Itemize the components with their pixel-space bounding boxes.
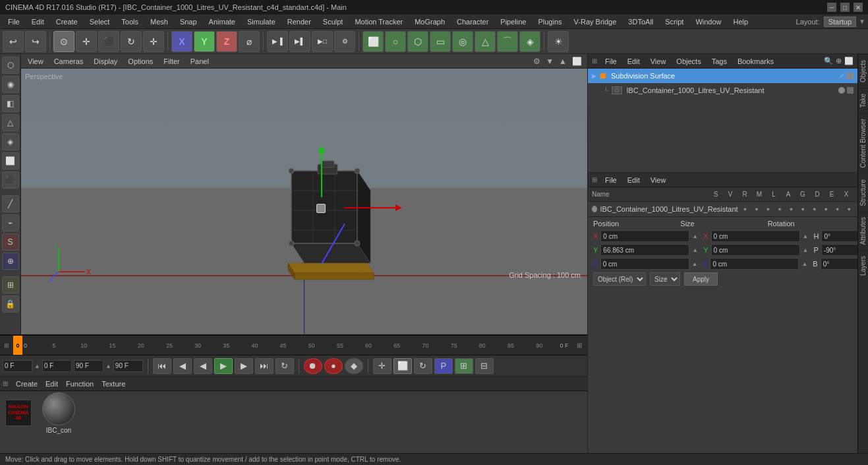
- attr-icon-d[interactable]: ●: [821, 206, 830, 212]
- z-pos-input[interactable]: [600, 258, 689, 270]
- playback-options-4[interactable]: P: [434, 358, 453, 374]
- menu-create[interactable]: Create: [51, 16, 83, 27]
- subdivision-surface-item[interactable]: ▶ Subdivision Surface ✓: [588, 69, 857, 83]
- menu-animate[interactable]: Animate: [204, 16, 241, 27]
- cube-button[interactable]: ⬜: [362, 31, 384, 52]
- obj-menu-bookmarks[interactable]: Bookmarks: [735, 57, 776, 65]
- render-region[interactable]: ▶▌: [289, 31, 310, 52]
- tl-current-frame[interactable]: 0: [13, 336, 22, 355]
- menu-script[interactable]: Script: [660, 16, 689, 27]
- z-pos-up[interactable]: ▲: [692, 261, 698, 267]
- z-size-up[interactable]: ▲: [801, 261, 807, 267]
- menu-snap[interactable]: Snap: [175, 16, 202, 27]
- object-rel-select[interactable]: Object (Rel): [593, 272, 646, 286]
- light-button[interactable]: ☀: [548, 31, 569, 52]
- world-space-button[interactable]: ⌀: [239, 31, 260, 52]
- viewport-menu-options[interactable]: Options: [125, 57, 156, 65]
- sidebar-btn-6[interactable]: ⬜: [2, 152, 19, 170]
- menu-mesh[interactable]: Mesh: [145, 16, 173, 27]
- playback-options-3[interactable]: ↻: [414, 358, 432, 374]
- menu-window[interactable]: Window: [690, 16, 726, 27]
- playback-options-2[interactable]: ⬜: [393, 358, 412, 374]
- obj-vis-dot[interactable]: [847, 73, 854, 79]
- transform-center[interactable]: [316, 204, 326, 213]
- viewport-icon-maximize[interactable]: ⬜: [571, 57, 583, 66]
- attr-icon-l[interactable]: ●: [787, 206, 796, 212]
- keyframe-button[interactable]: ◆: [345, 358, 363, 374]
- sidebar-btn-7[interactable]: ⬛: [2, 171, 19, 189]
- sidebar-btn-12[interactable]: ⊞: [2, 276, 19, 294]
- menu-tools[interactable]: Tools: [116, 16, 144, 27]
- obj-check-icon[interactable]: ✓: [840, 73, 845, 79]
- step-back-button[interactable]: ◀: [173, 358, 192, 374]
- layout-arrow[interactable]: ▼: [859, 18, 865, 25]
- transform-tool-button[interactable]: ✛: [143, 31, 164, 52]
- menu-simulate[interactable]: Simulate: [242, 16, 281, 27]
- frame-current-input[interactable]: [3, 360, 32, 372]
- menu-render[interactable]: Render: [282, 16, 316, 27]
- menu-select[interactable]: Select: [84, 16, 115, 27]
- viewport-menu-cameras[interactable]: Cameras: [51, 57, 86, 65]
- attr-icon-a[interactable]: ●: [798, 206, 807, 212]
- sidebar-btn-5[interactable]: ◈: [2, 133, 19, 150]
- y-pos-input[interactable]: [600, 244, 689, 256]
- y-pos-up[interactable]: ▲: [692, 247, 698, 253]
- ibc-container-item[interactable]: └ ⬡ IBC_Container_1000_Litres_UV_Resista…: [588, 83, 857, 98]
- live-selection-button[interactable]: ⊙: [53, 31, 74, 52]
- frame-end-input[interactable]: [74, 360, 103, 372]
- minimize-button[interactable]: ─: [827, 3, 836, 12]
- menu-3dtoall[interactable]: 3DToAll: [623, 16, 658, 27]
- z-size-input[interactable]: [710, 258, 799, 270]
- edit-render-settings[interactable]: ⚙: [334, 31, 355, 52]
- obj-ibc-square[interactable]: [847, 87, 854, 94]
- obj-filter-icon[interactable]: ⊕: [836, 57, 842, 65]
- loop-button[interactable]: ↻: [275, 358, 294, 374]
- viewport-menu-panel[interactable]: Panel: [188, 57, 212, 65]
- obj-ibc-dot[interactable]: [838, 87, 845, 94]
- size-select[interactable]: Size: [650, 272, 680, 286]
- sphere-button[interactable]: ○: [385, 31, 406, 52]
- obj-menu-tags[interactable]: Tags: [709, 57, 730, 65]
- obj-menu-objects[interactable]: Objects: [674, 57, 703, 65]
- attr-menu-edit[interactable]: Edit: [625, 176, 643, 184]
- menu-mograph[interactable]: MoGraph: [409, 16, 450, 27]
- frame-start-input[interactable]: [42, 360, 72, 372]
- x-pos-input[interactable]: [600, 230, 689, 242]
- attr-object-row[interactable]: IBC_Container_1000_Litres_UV_Resistant ●…: [588, 202, 857, 216]
- tab-structure[interactable]: Structure: [858, 173, 868, 212]
- sidebar-btn-3[interactable]: ◧: [2, 95, 19, 112]
- obj-menu-file[interactable]: File: [602, 57, 620, 65]
- render-to-picture-viewer[interactable]: ▶▐: [267, 31, 288, 52]
- frame-preview-input[interactable]: [113, 360, 143, 372]
- viewport-menu-view[interactable]: View: [25, 57, 46, 65]
- x-size-input[interactable]: [711, 230, 800, 242]
- menu-file[interactable]: File: [3, 16, 25, 27]
- sidebar-btn-2[interactable]: ◉: [2, 76, 19, 93]
- attr-icon-s[interactable]: ●: [741, 206, 750, 212]
- y-size-input[interactable]: [711, 244, 800, 256]
- viewport-menu-filter[interactable]: Filter: [161, 57, 182, 65]
- obj-menu-edit[interactable]: Edit: [625, 57, 643, 65]
- attr-icon-m[interactable]: ●: [775, 206, 784, 212]
- tab-take[interactable]: Take: [858, 88, 868, 113]
- sidebar-btn-8[interactable]: ╱: [2, 195, 19, 212]
- attr-icon-x[interactable]: ●: [845, 206, 854, 212]
- y-transform-handle[interactable]: [321, 151, 322, 197]
- menu-pipeline[interactable]: Pipeline: [495, 16, 531, 27]
- step-forward-button[interactable]: ▶: [235, 358, 253, 374]
- apply-button[interactable]: Apply: [684, 272, 718, 286]
- playback-options-1[interactable]: ✛: [373, 358, 391, 374]
- mat-menu-function[interactable]: Function: [63, 380, 96, 388]
- play-forward-button[interactable]: ▶: [214, 358, 233, 374]
- mat-menu-edit[interactable]: Edit: [43, 380, 61, 388]
- x-axis-button[interactable]: X: [171, 31, 192, 52]
- viewport-icon-down[interactable]: ▼: [544, 57, 555, 66]
- close-button[interactable]: ✕: [854, 3, 863, 12]
- attr-menu-file[interactable]: File: [602, 176, 620, 184]
- attr-menu-view[interactable]: View: [648, 176, 669, 184]
- menu-motion-tracker[interactable]: Motion Tracker: [349, 16, 408, 27]
- tab-layers[interactable]: Layers: [858, 250, 868, 281]
- attr-icon-e[interactable]: ●: [833, 206, 842, 212]
- sidebar-btn-10[interactable]: S: [2, 233, 19, 251]
- record-button[interactable]: ⏺: [304, 358, 322, 374]
